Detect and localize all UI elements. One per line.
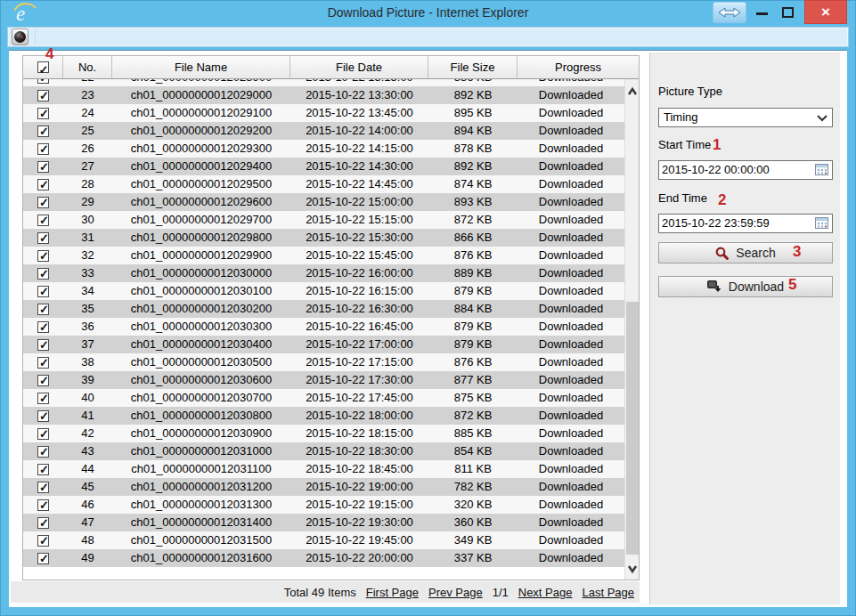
row-checkbox[interactable] <box>37 250 49 262</box>
table-row[interactable]: 37ch01_000000000120304002015-10-22 17:00… <box>23 336 624 353</box>
row-checkbox[interactable] <box>37 357 49 369</box>
row-checkbox-cell[interactable] <box>23 460 63 478</box>
row-checkbox-cell[interactable] <box>23 247 63 264</box>
row-checkbox[interactable] <box>37 446 49 458</box>
row-checkbox[interactable] <box>37 499 49 511</box>
table-row[interactable]: 32ch01_000000000120299002015-10-22 15:45… <box>23 247 624 264</box>
search-button[interactable]: Search <box>658 242 833 263</box>
row-checkbox[interactable] <box>37 90 49 101</box>
table-row[interactable]: 22ch01_000000000120289002015-10-22 13:15… <box>23 79 624 86</box>
table-row[interactable]: 26ch01_000000000120293002015-10-22 14:15… <box>23 140 624 158</box>
start-time-input[interactable]: 2015-10-22 00:00:00 <box>658 160 833 180</box>
row-checkbox[interactable] <box>37 428 49 440</box>
table-row[interactable]: 39ch01_000000000120306002015-10-22 17:30… <box>23 371 624 389</box>
maximize-button[interactable] <box>782 7 794 18</box>
last-page-link[interactable]: Last Page <box>582 586 634 599</box>
row-checkbox-cell[interactable] <box>23 175 63 193</box>
scrollbar-thumb[interactable] <box>626 302 639 555</box>
table-row[interactable]: 46ch01_000000000120313002015-10-22 19:15… <box>23 496 624 514</box>
table-row[interactable]: 42ch01_000000000120309002015-10-22 18:15… <box>23 425 624 442</box>
prev-page-link[interactable]: Prev Page <box>428 586 483 599</box>
row-checkbox-cell[interactable] <box>23 193 63 211</box>
row-checkbox-cell[interactable] <box>23 79 63 86</box>
table-row[interactable]: 43ch01_000000000120310002015-10-22 18:30… <box>23 442 624 460</box>
row-checkbox[interactable] <box>37 304 49 315</box>
row-checkbox-cell[interactable] <box>23 478 63 496</box>
picture-type-select[interactable]: Timing <box>658 108 833 127</box>
row-checkbox-cell[interactable] <box>23 264 63 282</box>
table-row[interactable]: 47ch01_000000000120314002015-10-22 19:30… <box>23 514 624 531</box>
row-checkbox-cell[interactable] <box>23 425 63 442</box>
scroll-up-icon[interactable] <box>627 86 638 97</box>
minimize-button[interactable] <box>756 12 768 15</box>
select-all-cell[interactable] <box>23 56 63 78</box>
end-time-input[interactable]: 2015-10-22 23:59:59 <box>658 214 833 233</box>
row-checkbox[interactable] <box>37 517 49 529</box>
calendar-icon[interactable] <box>815 217 828 229</box>
row-checkbox[interactable] <box>37 79 49 84</box>
table-row[interactable]: 31ch01_000000000120298002015-10-22 15:30… <box>23 229 624 247</box>
row-checkbox-cell[interactable] <box>23 86 63 104</box>
row-checkbox-cell[interactable] <box>23 211 63 229</box>
row-checkbox[interactable] <box>37 339 49 351</box>
row-checkbox[interactable] <box>37 286 49 297</box>
next-page-link[interactable]: Next Page <box>518 586 573 599</box>
table-row[interactable]: 33ch01_000000000120300002015-10-22 16:00… <box>23 264 624 282</box>
row-checkbox[interactable] <box>37 232 49 244</box>
row-checkbox[interactable] <box>37 215 49 226</box>
resize-arrows-button[interactable] <box>713 2 746 23</box>
row-checkbox-cell[interactable] <box>23 407 63 425</box>
row-checkbox[interactable] <box>37 393 49 404</box>
table-row[interactable]: 44ch01_000000000120311002015-10-22 18:45… <box>23 460 624 478</box>
row-checkbox[interactable] <box>37 553 49 564</box>
row-checkbox-cell[interactable] <box>23 318 63 336</box>
close-button[interactable]: × <box>804 0 847 24</box>
table-row[interactable]: 27ch01_000000000120294002015-10-22 14:30… <box>23 158 624 175</box>
row-checkbox[interactable] <box>37 197 49 208</box>
table-row[interactable]: 23ch01_000000000120290002015-10-22 13:30… <box>23 86 624 104</box>
row-checkbox-cell[interactable] <box>23 158 63 175</box>
row-checkbox-cell[interactable] <box>23 549 63 567</box>
table-row[interactable]: 35ch01_000000000120302002015-10-22 16:30… <box>23 300 624 318</box>
table-row[interactable]: 45ch01_000000000120312002015-10-22 19:00… <box>23 478 624 496</box>
row-checkbox[interactable] <box>37 268 49 280</box>
row-checkbox[interactable] <box>37 482 49 493</box>
row-checkbox-cell[interactable] <box>23 336 63 353</box>
table-scrollbar[interactable] <box>624 79 639 580</box>
row-checkbox[interactable] <box>37 375 49 386</box>
row-checkbox-cell[interactable] <box>23 104 63 122</box>
row-checkbox[interactable] <box>37 126 49 137</box>
table-row[interactable]: 40ch01_000000000120307002015-10-22 17:45… <box>23 389 624 407</box>
row-checkbox[interactable] <box>37 179 49 190</box>
table-row[interactable]: 49ch01_000000000120316002015-10-22 20:00… <box>23 549 624 567</box>
table-row[interactable]: 24ch01_000000000120291002015-10-22 13:45… <box>23 104 624 122</box>
table-row[interactable]: 48ch01_000000000120315002015-10-22 19:45… <box>23 531 624 549</box>
row-checkbox-cell[interactable] <box>23 229 63 247</box>
row-checkbox[interactable] <box>37 321 49 333</box>
row-checkbox-cell[interactable] <box>23 496 63 514</box>
row-checkbox-cell[interactable] <box>23 531 63 549</box>
row-checkbox-cell[interactable] <box>23 371 63 389</box>
row-checkbox-cell[interactable] <box>23 514 63 531</box>
row-checkbox-cell[interactable] <box>23 140 63 158</box>
row-checkbox[interactable] <box>37 464 49 475</box>
table-row[interactable]: 34ch01_000000000120301002015-10-22 16:15… <box>23 282 624 300</box>
row-checkbox-cell[interactable] <box>23 442 63 460</box>
scroll-down-icon[interactable] <box>627 563 638 574</box>
table-row[interactable]: 25ch01_000000000120292002015-10-22 14:00… <box>23 122 624 140</box>
table-row[interactable]: 38ch01_000000000120305002015-10-22 17:15… <box>23 353 624 371</box>
camera-plugin-button[interactable] <box>12 28 29 45</box>
first-page-link[interactable]: First Page <box>366 586 419 599</box>
row-checkbox-cell[interactable] <box>23 353 63 371</box>
table-row[interactable]: 36ch01_000000000120303002015-10-22 16:45… <box>23 318 624 336</box>
table-row[interactable]: 29ch01_000000000120296002015-10-22 15:00… <box>23 193 624 211</box>
calendar-icon[interactable] <box>815 164 828 175</box>
row-checkbox-cell[interactable] <box>23 282 63 300</box>
table-row[interactable]: 30ch01_000000000120297002015-10-22 15:15… <box>23 211 624 229</box>
row-checkbox[interactable] <box>37 535 49 547</box>
row-checkbox[interactable] <box>37 161 49 173</box>
table-row[interactable]: 28ch01_000000000120295002015-10-22 14:45… <box>23 175 624 193</box>
row-checkbox-cell[interactable] <box>23 389 63 407</box>
row-checkbox[interactable] <box>37 143 49 155</box>
row-checkbox-cell[interactable] <box>23 122 63 140</box>
